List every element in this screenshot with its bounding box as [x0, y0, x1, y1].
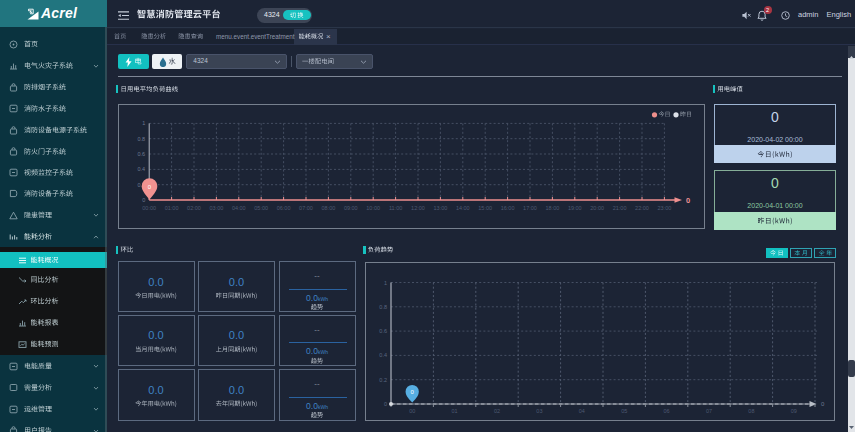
svg-text:08: 08 [748, 408, 754, 414]
svg-text:0.8: 0.8 [137, 136, 145, 142]
svg-text:1: 1 [142, 121, 145, 127]
svg-text:09: 09 [791, 408, 797, 414]
svg-text:23:00: 23:00 [657, 205, 671, 211]
svg-text:04:00: 04:00 [232, 205, 246, 211]
svg-text:03: 03 [536, 408, 542, 414]
svg-text:09:00: 09:00 [344, 205, 358, 211]
svg-text:01: 01 [452, 408, 458, 414]
svg-text:16:00: 16:00 [501, 205, 515, 211]
svg-text:22:00: 22:00 [635, 205, 649, 211]
svg-text:00:00: 00:00 [142, 205, 156, 211]
svg-text:0: 0 [142, 197, 145, 203]
svg-text:20:00: 20:00 [590, 205, 604, 211]
svg-text:03:00: 03:00 [209, 205, 223, 211]
svg-text:07: 07 [706, 408, 712, 414]
svg-text:06: 06 [664, 408, 670, 414]
svg-text:17:00: 17:00 [523, 205, 537, 211]
svg-text:02:00: 02:00 [187, 205, 201, 211]
svg-text:08:00: 08:00 [321, 205, 335, 211]
svg-text:10:00: 10:00 [366, 205, 380, 211]
svg-text:0.6: 0.6 [137, 151, 145, 157]
svg-text:15:00: 15:00 [478, 205, 492, 211]
svg-text:18:00: 18:00 [545, 205, 559, 211]
svg-text:14:00: 14:00 [456, 205, 470, 211]
svg-text:0.8: 0.8 [379, 304, 387, 310]
svg-text:0.4: 0.4 [379, 352, 387, 358]
svg-text:1: 1 [384, 280, 387, 286]
svg-text:01:00: 01:00 [165, 205, 179, 211]
svg-text:00: 00 [409, 408, 415, 414]
svg-text:0: 0 [821, 401, 825, 407]
svg-text:07:00: 07:00 [299, 205, 313, 211]
svg-text:05:00: 05:00 [254, 205, 268, 211]
svg-text:21:00: 21:00 [613, 205, 627, 211]
svg-text:04: 04 [579, 408, 585, 414]
svg-text:05: 05 [621, 408, 627, 414]
svg-text:0.4: 0.4 [137, 167, 145, 173]
svg-text:0: 0 [384, 401, 387, 407]
svg-text:0.2: 0.2 [379, 377, 387, 383]
svg-text:0.6: 0.6 [379, 328, 387, 334]
svg-text:06:00: 06:00 [277, 205, 291, 211]
svg-text:19:00: 19:00 [568, 205, 582, 211]
svg-text:13:00: 13:00 [433, 205, 447, 211]
svg-text:02: 02 [494, 408, 500, 414]
svg-text:0: 0 [686, 196, 690, 205]
svg-text:11:00: 11:00 [389, 205, 402, 211]
svg-text:12:00: 12:00 [411, 205, 425, 211]
